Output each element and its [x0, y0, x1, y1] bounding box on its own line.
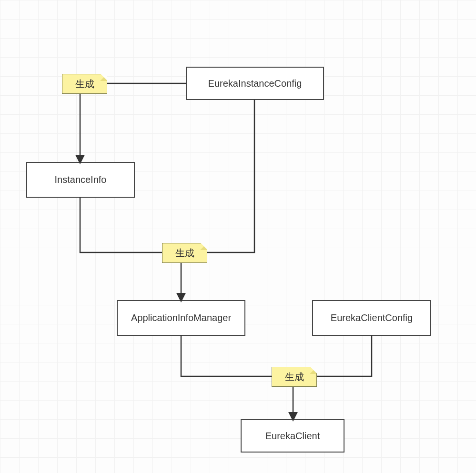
note-generate-1[interactable]: 生成: [62, 74, 107, 94]
diagram-canvas: EurekaInstanceConfig InstanceInfo Applic…: [0, 0, 476, 473]
node-eureka-instance-config[interactable]: EurekaInstanceConfig: [186, 67, 324, 100]
edge-aim-to-note3: [181, 336, 272, 376]
node-label: EurekaInstanceConfig: [208, 78, 302, 89]
note-label: 生成: [175, 247, 194, 260]
node-label: ApplicationInfoManager: [131, 312, 231, 323]
note-label: 生成: [75, 78, 94, 91]
node-eureka-client-config[interactable]: EurekaClientConfig: [312, 300, 431, 336]
note-generate-2[interactable]: 生成: [162, 243, 207, 263]
edge-eic-to-note2: [207, 100, 254, 252]
note-generate-3[interactable]: 生成: [272, 367, 317, 387]
edge-ecc-to-note3: [317, 336, 372, 376]
node-label: EurekaClientConfig: [331, 312, 413, 323]
node-label: EurekaClient: [265, 431, 320, 442]
node-instance-info[interactable]: InstanceInfo: [26, 162, 135, 198]
node-application-info-manager[interactable]: ApplicationInfoManager: [117, 300, 245, 336]
note-label: 生成: [285, 371, 304, 383]
node-label: InstanceInfo: [55, 174, 107, 185]
edge-ii-to-note2: [80, 198, 162, 252]
node-eureka-client[interactable]: EurekaClient: [241, 419, 344, 453]
